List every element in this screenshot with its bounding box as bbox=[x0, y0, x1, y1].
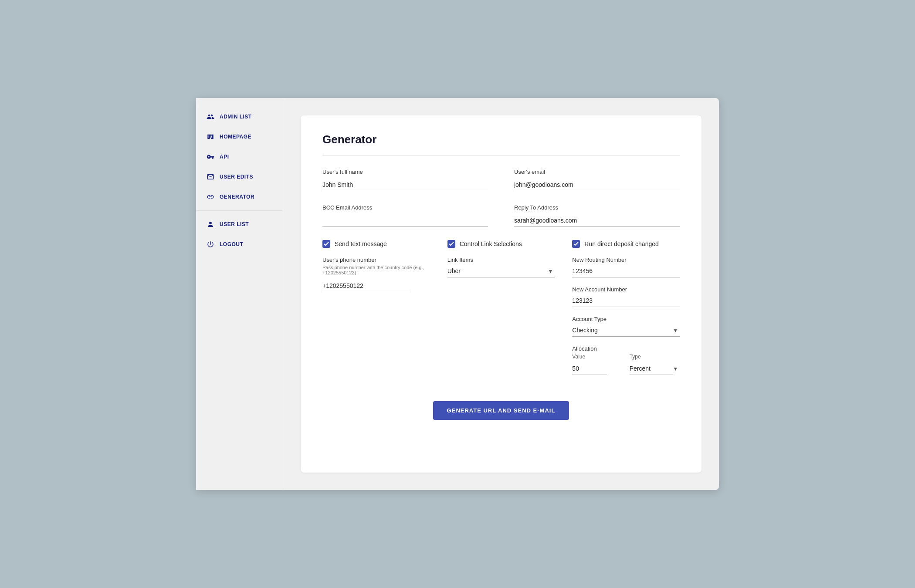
sidebar-item-user-edits-label: USER EDITS bbox=[220, 174, 253, 180]
allocation-label: Allocation bbox=[572, 345, 680, 352]
sidebar-item-homepage-label: HOMEPAGE bbox=[220, 134, 251, 140]
bcc-group: BCC Email Address bbox=[322, 204, 488, 227]
allocation-row: Value Type Percent Fixed bbox=[572, 354, 680, 375]
sidebar: ADMIN LIST HOMEPAGE API USER EDITS bbox=[196, 98, 283, 490]
link-items-label: Link Items bbox=[447, 257, 555, 263]
sidebar-divider bbox=[196, 210, 283, 211]
user-edits-icon bbox=[207, 173, 214, 181]
routing-input[interactable] bbox=[572, 265, 680, 277]
allocation-value-input[interactable] bbox=[572, 362, 607, 375]
generate-btn[interactable]: GENERATE URL AND SEND E-MAIL bbox=[433, 401, 569, 420]
account-number-group: New Account Number bbox=[572, 286, 680, 307]
bcc-label: BCC Email Address bbox=[322, 204, 488, 211]
sidebar-item-logout[interactable]: LOGOUT bbox=[196, 234, 283, 254]
phone-hint: Pass phone number with the country code … bbox=[322, 265, 430, 275]
run-direct-checkbox-label[interactable]: Run direct deposit changed bbox=[572, 240, 680, 248]
full-name-input[interactable] bbox=[322, 179, 488, 191]
sidebar-item-api-label: API bbox=[220, 154, 229, 160]
control-link-checkbox-label[interactable]: Control Link Selections bbox=[447, 240, 555, 248]
run-direct-label-text: Run direct deposit changed bbox=[584, 240, 658, 247]
main-content: Generator User's full name User's email … bbox=[283, 98, 719, 490]
app-container: ADMIN LIST HOMEPAGE API USER EDITS bbox=[196, 98, 719, 490]
routing-label: New Routing Number bbox=[572, 257, 680, 263]
account-type-label: Account Type bbox=[572, 316, 680, 322]
link-items-select-wrapper: Uber Lyft DoorDash ▼ bbox=[447, 265, 555, 277]
sidebar-item-generator[interactable]: GENERATOR bbox=[196, 187, 283, 207]
email-label: User's email bbox=[514, 169, 680, 175]
user-list-icon bbox=[207, 220, 214, 228]
control-link-checkbox[interactable] bbox=[447, 240, 455, 248]
account-type-group: Account Type Checking Savings ▼ bbox=[572, 316, 680, 337]
reply-to-group: Reply To Address bbox=[514, 204, 680, 227]
full-name-label: User's full name bbox=[322, 169, 488, 175]
account-type-select-wrapper: Checking Savings ▼ bbox=[572, 324, 680, 337]
allocation-type-select-arrow: ▼ bbox=[673, 366, 678, 372]
admin-icon bbox=[207, 113, 214, 121]
content-card: Generator User's full name User's email … bbox=[301, 115, 702, 473]
form-row-1: User's full name User's email bbox=[322, 169, 680, 191]
allocation-type-col: Type Percent Fixed ▼ bbox=[630, 354, 680, 375]
email-input[interactable] bbox=[514, 179, 680, 191]
full-name-group: User's full name bbox=[322, 169, 488, 191]
api-icon bbox=[207, 153, 214, 161]
allocation-value-label: Value bbox=[572, 354, 622, 360]
generate-btn-row: GENERATE URL AND SEND E-MAIL bbox=[322, 401, 680, 420]
allocation-group: Allocation Value Type Percent bbox=[572, 345, 680, 375]
sidebar-item-api[interactable]: API bbox=[196, 147, 283, 167]
sidebar-item-homepage[interactable]: HOMEPAGE bbox=[196, 127, 283, 147]
reply-to-input[interactable] bbox=[514, 214, 680, 227]
send-text-checkbox[interactable] bbox=[322, 240, 330, 248]
checkboxes-section: Send text message User's phone number Pa… bbox=[322, 240, 680, 384]
link-items-select[interactable]: Uber Lyft DoorDash bbox=[447, 265, 555, 277]
page-title: Generator bbox=[322, 133, 680, 146]
sidebar-item-admin-list[interactable]: ADMIN LIST bbox=[196, 107, 283, 127]
sidebar-item-generator-label: GENERATOR bbox=[220, 194, 254, 200]
control-link-group: Control Link Selections Link Items Uber … bbox=[447, 240, 555, 277]
routing-group: New Routing Number bbox=[572, 257, 680, 277]
phone-label: User's phone number bbox=[322, 257, 430, 263]
allocation-type-select[interactable]: Percent Fixed bbox=[630, 362, 673, 375]
sidebar-item-user-list[interactable]: USER LIST bbox=[196, 214, 283, 234]
homepage-icon bbox=[207, 133, 214, 141]
send-text-checkbox-label[interactable]: Send text message bbox=[322, 240, 430, 248]
email-group: User's email bbox=[514, 169, 680, 191]
account-number-label: New Account Number bbox=[572, 286, 680, 293]
sidebar-item-user-edits[interactable]: USER EDITS bbox=[196, 167, 283, 187]
send-text-label-text: Send text message bbox=[335, 240, 387, 247]
send-text-group: Send text message User's phone number Pa… bbox=[322, 240, 430, 292]
account-number-input[interactable] bbox=[572, 294, 680, 307]
run-direct-checkbox[interactable] bbox=[572, 240, 580, 248]
sidebar-item-logout-label: LOGOUT bbox=[220, 241, 243, 247]
sidebar-item-user-list-label: USER LIST bbox=[220, 221, 249, 227]
title-divider bbox=[322, 155, 680, 155]
bcc-input[interactable] bbox=[322, 214, 488, 227]
control-link-label-text: Control Link Selections bbox=[460, 240, 522, 247]
reply-to-label: Reply To Address bbox=[514, 204, 680, 211]
account-type-select[interactable]: Checking Savings bbox=[572, 324, 680, 337]
phone-input[interactable] bbox=[322, 280, 410, 292]
allocation-type-select-wrapper: Percent Fixed ▼ bbox=[630, 362, 680, 375]
sidebar-item-admin-list-label: ADMIN LIST bbox=[220, 114, 252, 120]
run-direct-group: Run direct deposit changed New Routing N… bbox=[572, 240, 680, 384]
allocation-type-label: Type bbox=[630, 354, 680, 360]
form-row-2: BCC Email Address Reply To Address bbox=[322, 204, 680, 227]
generator-icon bbox=[207, 193, 214, 201]
logout-icon bbox=[207, 240, 214, 248]
allocation-value-col: Value bbox=[572, 354, 622, 375]
